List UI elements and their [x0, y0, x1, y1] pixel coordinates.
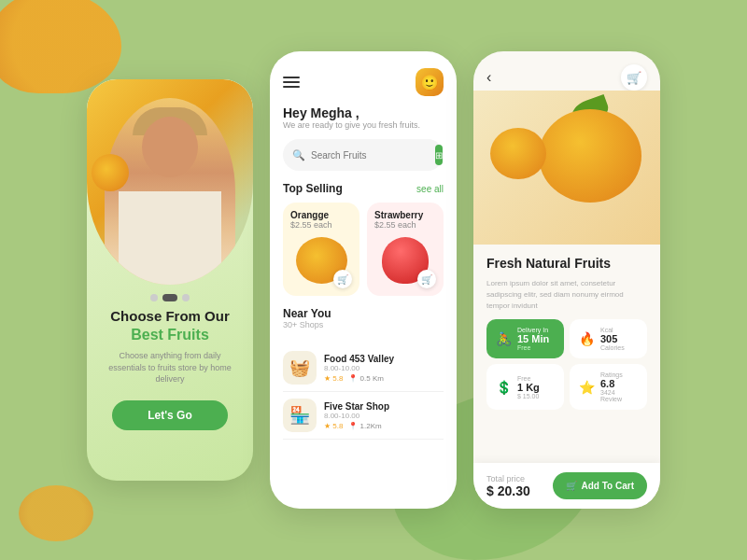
dot-3[interactable]	[182, 294, 190, 301]
orange-big	[539, 109, 641, 203]
strawberry-price: $2.55 each	[374, 220, 436, 230]
shipping-free-label: Free	[517, 375, 540, 382]
calories-card: 🔥 Kcal 305 Calories	[570, 319, 647, 358]
lets-go-button[interactable]: Let's Go	[112, 400, 228, 430]
search-icon: 🔍	[292, 149, 305, 161]
shop-name-1: Food 453 Valley	[324, 354, 394, 364]
back-button[interactable]: ‹	[486, 69, 491, 86]
product-body: Fresh Natural Fruits Lorem ipsum dolor s…	[473, 245, 660, 463]
shop-details-1: Food 453 Valley 8.00-10.00 ★ 5.8 📍 0.5 K…	[324, 354, 394, 383]
product-header: ‹ 🛒	[473, 51, 660, 91]
product-description: Lorem ipsum dolor sit amet, consetetur s…	[486, 278, 647, 312]
product-hero-image	[473, 91, 660, 245]
bg-orange-small-decoration	[19, 485, 93, 541]
add-to-cart-button[interactable]: 🛒 Add To Cart	[553, 472, 647, 499]
ratings-card: ⭐ Ratings 6.8 3424 Review	[570, 364, 647, 410]
phone-product-detail: ‹ 🛒 Fresh Natural Fruits Lorem ipsum dol…	[473, 51, 660, 509]
bike-icon: 🚴	[496, 331, 512, 346]
see-all-button[interactable]: see all	[416, 184, 444, 194]
filter-button[interactable]: ⊞	[435, 145, 443, 165]
orange-name: Orangge	[290, 210, 352, 220]
person-illustration	[105, 98, 235, 285]
search-bar[interactable]: 🔍 ⊞	[283, 139, 444, 171]
shop-icon-1: 🧺	[283, 351, 317, 385]
shop-rating-1: ★ 5.8	[324, 374, 343, 383]
orange-add-cart[interactable]: 🛒	[333, 270, 352, 288]
dollar-icon: 💲	[496, 380, 512, 395]
fire-icon: 🔥	[579, 331, 595, 346]
product-orange[interactable]: Orangge $2.55 each 🛒	[283, 203, 359, 296]
shipping-card: 💲 Free 1 Kg $ 15.00	[486, 364, 564, 410]
total-label: Total price	[486, 474, 530, 483]
onboarding-title: Choose From Our Best Fruits	[97, 307, 243, 344]
phone-home: 🙂 Hey Megha , We are ready to give you f…	[270, 51, 457, 509]
calories-value: 305	[600, 333, 625, 344]
phone-onboarding: Choose From Our Best Fruits Choose anyth…	[87, 79, 253, 481]
orange-fruit-left	[92, 154, 129, 191]
onboarding-description: Choose anything from daily essentials to…	[87, 344, 253, 391]
near-you-count: 30+ Shops	[283, 320, 331, 329]
total-price: $ 20.30	[486, 483, 530, 498]
orange-small	[490, 128, 546, 179]
shop-item-2[interactable]: 🏪 Five Star Shop 8.00-10.00 ★ 5.8 📍 1.2K…	[283, 392, 444, 440]
shop-hours-2: 8.00-10.00	[324, 412, 389, 420]
near-you-header: Near You 30+ Shops	[283, 307, 444, 337]
delivery-label: Delivery In	[517, 327, 549, 333]
kcal-label: Kcal	[600, 327, 625, 333]
ratings-label: Ratings	[600, 371, 638, 378]
product-info-grid: 🚴 Delivery In 15 Min Free 🔥 Kcal 305 Cal…	[486, 319, 647, 410]
shop-icon-2: 🏪	[283, 399, 317, 432]
top-selling-header: Top Selling see all	[283, 182, 444, 195]
near-you-label: Near You	[283, 307, 331, 320]
shop-name-2: Five Star Shop	[324, 401, 389, 412]
cart-icon: 🛒	[566, 481, 577, 491]
strawberry-name: Strawberry	[374, 210, 436, 220]
bg-orange-decoration	[0, 0, 121, 93]
shop-details-2: Five Star Shop 8.00-10.00 ★ 5.8 📍 1.2Km	[324, 401, 389, 430]
orange-price: $2.55 each	[290, 220, 352, 230]
shop-hours-1: 8.00-10.00	[324, 364, 394, 372]
delivery-time: 15 Min	[517, 333, 549, 344]
dot-1[interactable]	[150, 294, 158, 301]
delivery-sub: Free	[517, 344, 549, 351]
greeting-subtitle: We are ready to give you fresh fruits.	[283, 120, 444, 130]
star-icon: ⭐	[579, 380, 595, 395]
product-strawberry[interactable]: Strawberry $2.55 each 🛒	[367, 203, 444, 296]
top-selling-label: Top Selling	[283, 182, 343, 195]
shop-meta-1: ★ 5.8 📍 0.5 Km	[324, 374, 394, 383]
calories-label: Calories	[600, 344, 625, 351]
shop-rating-2: ★ 5.8	[324, 422, 343, 430]
product-bottom-bar: Total price $ 20.30 🛒 Add To Cart	[473, 463, 660, 509]
reviews-count: 3424 Review	[600, 389, 638, 402]
shop-distance-2: 📍 1.2Km	[348, 422, 381, 430]
strawberry-add-cart[interactable]: 🛒	[417, 270, 436, 288]
ratings-value: 6.8	[600, 378, 638, 389]
hamburger-menu[interactable]	[283, 77, 300, 88]
shop-item-1[interactable]: 🧺 Food 453 Valley 8.00-10.00 ★ 5.8 📍 0.5…	[283, 344, 444, 392]
body-shape	[119, 191, 221, 285]
product-title: Fresh Natural Fruits	[486, 256, 647, 271]
user-avatar[interactable]: 🙂	[416, 68, 444, 96]
home-header: 🙂	[283, 68, 444, 96]
carousel-dots	[150, 294, 190, 301]
shop-distance-1: 📍 0.5 Km	[348, 374, 384, 383]
search-input[interactable]	[311, 150, 430, 161]
onboarding-hero-image	[87, 79, 253, 285]
cart-button[interactable]: 🛒	[621, 64, 647, 91]
dot-2[interactable]	[162, 294, 177, 301]
products-row: Orangge $2.55 each 🛒 Strawberry $2.55 ea…	[283, 203, 444, 296]
delivery-card: 🚴 Delivery In 15 Min Free	[486, 319, 564, 358]
shipping-weight: 1 Kg	[517, 382, 540, 393]
shipping-price: $ 15.00	[517, 393, 540, 399]
face-shape	[142, 117, 198, 177]
shop-meta-2: ★ 5.8 📍 1.2Km	[324, 422, 389, 430]
greeting-text: Hey Megha ,	[283, 105, 444, 120]
